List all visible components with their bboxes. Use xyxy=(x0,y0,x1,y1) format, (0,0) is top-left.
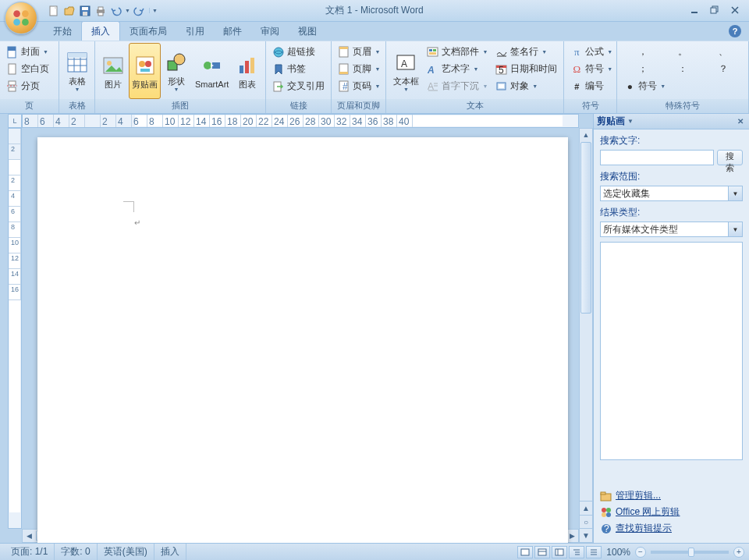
blank-page-button[interactable]: 空白页 xyxy=(4,61,51,77)
horizontal-ruler[interactable]: 8642246810121416182022242628303234363840 xyxy=(22,114,579,128)
help-icon[interactable]: ? xyxy=(729,25,741,37)
bookmark-button[interactable]: 书签 xyxy=(270,61,327,77)
svg-text:A: A xyxy=(401,58,407,69)
equation-button[interactable]: π公式▼ xyxy=(568,44,615,60)
cover-page-button[interactable]: 封面▼ xyxy=(4,44,51,60)
view-print[interactable] xyxy=(517,546,533,558)
manage-clips-link[interactable]: 管理剪辑... xyxy=(600,487,743,504)
group-tables-label: 表格 xyxy=(59,99,94,113)
close-button[interactable] xyxy=(726,3,744,17)
special-more-button[interactable]: ●符号▼ xyxy=(621,78,744,94)
clip-tips-link[interactable]: ?查找剪辑提示 xyxy=(600,520,743,537)
prev-page[interactable]: ▲ xyxy=(580,502,592,515)
zoom-out[interactable]: − xyxy=(635,547,646,558)
datetime-button[interactable]: 5日期和时间 xyxy=(493,61,559,77)
type-label: 结果类型: xyxy=(600,206,743,219)
ruler-corner[interactable]: L xyxy=(8,114,22,128)
chart-button[interactable]: 图表 xyxy=(232,43,263,99)
tab-review[interactable]: 审阅 xyxy=(251,22,289,41)
scroll-up[interactable]: ▲ xyxy=(580,129,592,141)
dropcap-button[interactable]: A首字下沉▼ xyxy=(424,78,490,94)
status-lang[interactable]: 英语(美国) xyxy=(98,544,154,560)
tab-references[interactable]: 引用 xyxy=(176,22,214,41)
vscroll-thumb[interactable] xyxy=(580,142,591,314)
svg-point-0 xyxy=(13,10,20,17)
svg-point-67 xyxy=(602,512,606,517)
qat-print[interactable] xyxy=(94,4,108,18)
symbol-button[interactable]: Ω符号▼ xyxy=(568,61,615,77)
quickparts-icon xyxy=(427,46,439,58)
view-fullscreen[interactable] xyxy=(534,546,550,558)
sigline-button[interactable]: 签名行▼ xyxy=(493,44,559,60)
qat-open[interactable] xyxy=(62,4,76,18)
svg-rect-18 xyxy=(9,87,16,91)
scroll-left[interactable]: ◀ xyxy=(23,530,35,542)
select-browse[interactable]: ○ xyxy=(580,515,592,529)
view-web[interactable] xyxy=(552,546,567,558)
header-button[interactable]: 页眉▼ xyxy=(335,44,382,60)
window-title: 文档 1 - Microsoft Word xyxy=(325,4,423,17)
minimize-button[interactable] xyxy=(685,3,704,17)
next-page[interactable]: ▼ xyxy=(580,528,592,542)
tab-mailings[interactable]: 邮件 xyxy=(214,22,251,41)
group-hf-label: 页眉和页脚 xyxy=(332,99,385,113)
status-page[interactable]: 页面: 1/1 xyxy=(5,544,55,560)
qat-undo[interactable] xyxy=(109,4,123,18)
zoom-value[interactable]: 100% xyxy=(606,547,630,558)
object-icon xyxy=(495,80,508,93)
textbox-button[interactable]: A文本框▼ xyxy=(389,43,423,99)
shapes-button[interactable]: 形状▼ xyxy=(161,43,192,99)
crossref-button[interactable]: 交叉引用 xyxy=(270,78,327,94)
status-words[interactable]: 字数: 0 xyxy=(55,544,97,560)
zoom-slider[interactable] xyxy=(651,551,729,554)
qat-redo[interactable] xyxy=(132,4,146,18)
taskpane-close[interactable]: ✕ xyxy=(735,116,746,127)
office-online-link[interactable]: Office 网上剪辑 xyxy=(600,504,743,520)
qat-save[interactable] xyxy=(78,4,92,18)
tab-pagelayout[interactable]: 页面布局 xyxy=(120,22,176,41)
status-mode[interactable]: 插入 xyxy=(154,544,186,560)
smartart-button[interactable]: SmartArt xyxy=(192,43,232,99)
clipart-icon xyxy=(133,53,158,78)
search-button[interactable]: 搜索 xyxy=(717,150,743,165)
wordart-button[interactable]: A艺术字▼ xyxy=(424,61,490,77)
punct-row2[interactable]: ；：？ xyxy=(621,61,744,77)
svg-text:?: ? xyxy=(604,523,609,534)
tab-view[interactable]: 视图 xyxy=(289,22,326,41)
number-button[interactable]: #编号 xyxy=(568,78,615,94)
scope-select[interactable]: 选定收藏集▼ xyxy=(600,186,743,201)
qat-undo-arrow[interactable]: ▼ xyxy=(125,8,130,13)
punct-row1[interactable]: ，。、 xyxy=(621,44,744,60)
tab-home[interactable]: 开始 xyxy=(44,22,81,41)
table-button[interactable]: 表格▼ xyxy=(62,43,93,99)
search-input[interactable] xyxy=(600,150,714,165)
quickparts-button[interactable]: 文档部件▼ xyxy=(424,44,490,60)
group-pages-label: 页 xyxy=(0,99,59,113)
object-button[interactable]: 对象▼ xyxy=(493,78,559,94)
chevron-down-icon: ▼ xyxy=(728,186,742,200)
view-outline[interactable] xyxy=(569,546,584,558)
qat-customize-arrow[interactable]: ▼ xyxy=(149,8,158,13)
hyperlink-button[interactable]: 超链接 xyxy=(270,44,327,60)
vertical-scrollbar[interactable]: ▲ ▼ xyxy=(579,128,593,529)
restore-button[interactable] xyxy=(705,3,724,17)
taskpane-menu[interactable]: ▼ xyxy=(625,116,636,127)
document-page[interactable]: ↵ xyxy=(37,137,568,543)
svg-point-3 xyxy=(22,19,29,26)
office-button[interactable] xyxy=(5,2,37,34)
titlebar: ▼ ▼ 文档 1 - Microsoft Word xyxy=(0,0,749,22)
zoom-thumb[interactable] xyxy=(688,548,694,557)
vertical-ruler[interactable]: 2246810121416 xyxy=(8,128,22,529)
zoom-in[interactable]: + xyxy=(733,547,744,558)
tab-insert[interactable]: 插入 xyxy=(81,21,120,41)
footer-button[interactable]: 页脚▼ xyxy=(335,61,382,77)
view-draft[interactable] xyxy=(586,546,602,558)
clipart-button[interactable]: 剪贴画 xyxy=(129,43,161,99)
type-select[interactable]: 所有媒体文件类型▼ xyxy=(600,222,743,237)
page-break-button[interactable]: 分页 xyxy=(4,78,51,94)
qat-new[interactable] xyxy=(47,4,61,18)
pagenum-button[interactable]: #页码▼ xyxy=(335,78,382,94)
svg-rect-7 xyxy=(83,12,87,16)
picture-button[interactable]: 图片 xyxy=(98,43,129,99)
ribbon-tabs: 开始 插入 页面布局 引用 邮件 审阅 视图 ? xyxy=(0,22,749,41)
